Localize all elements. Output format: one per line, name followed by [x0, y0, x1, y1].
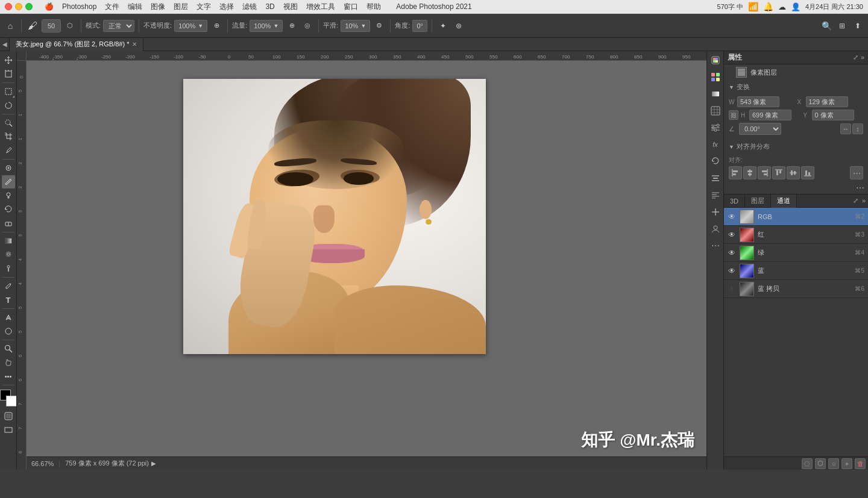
- move-tool[interactable]: [2, 54, 15, 67]
- smooth-options-icon[interactable]: ⚙: [373, 19, 386, 33]
- fx-icon[interactable]: fx: [709, 138, 722, 151]
- active-tab[interactable]: 美女.jpeg @ 66.7% (图层 2, RGB/8#) * ✕: [10, 38, 143, 51]
- healing-brush-tool[interactable]: [2, 161, 15, 175]
- save-selection-icon[interactable]: ⬡: [815, 458, 826, 469]
- crop-tool[interactable]: [2, 130, 15, 143]
- text-right-icon[interactable]: [709, 188, 722, 202]
- menu-view[interactable]: 视图: [280, 2, 301, 12]
- link-wh-icon[interactable]: ⛓: [729, 110, 738, 120]
- eye-copy[interactable]: 👁: [728, 285, 736, 293]
- gradient-tool[interactable]: [2, 234, 15, 247]
- brush-tool-icon[interactable]: 🖌: [26, 19, 39, 33]
- add-layer-icon[interactable]: [709, 205, 722, 219]
- color-icon[interactable]: [709, 54, 722, 67]
- quick-select-tool[interactable]: [2, 116, 15, 129]
- airbrush-icon[interactable]: ◎: [301, 19, 314, 33]
- mac-menubar[interactable]: 🍎 Photoshop 文件 编辑 图像 图层 文字 选择 滤镜 3D 视图 增…: [41, 2, 385, 12]
- shape-tool[interactable]: [2, 325, 15, 338]
- minimize-button[interactable]: [15, 3, 22, 10]
- pressure-flow-icon[interactable]: ⊕: [285, 19, 298, 33]
- more-tools-icon[interactable]: •••: [2, 370, 15, 383]
- quick-mask-icon[interactable]: [2, 409, 15, 423]
- channel-row-rgb[interactable]: 👁 RGB ⌘2: [724, 208, 868, 226]
- delete-channel-icon[interactable]: 🗑: [855, 458, 866, 469]
- menu-plugins[interactable]: 增效工具: [303, 2, 339, 12]
- eyedropper-tool[interactable]: [2, 144, 15, 157]
- align-right-btn[interactable]: [758, 166, 771, 179]
- opacity-value[interactable]: 100% ▼: [174, 20, 207, 32]
- align-section-title[interactable]: ▼ 对齐并分布: [724, 140, 868, 154]
- maximize-button[interactable]: [25, 3, 33, 10]
- pen-tool[interactable]: [2, 279, 15, 293]
- lasso-tool[interactable]: [2, 99, 15, 112]
- align-bottom-btn[interactable]: [801, 166, 814, 179]
- menu-edit[interactable]: 编辑: [124, 2, 146, 12]
- apple-menu[interactable]: 🍎: [41, 2, 57, 11]
- align-left-btn[interactable]: [729, 166, 742, 179]
- channel-row-copy[interactable]: 👁 蓝 拷贝 ⌘6: [724, 280, 868, 298]
- load-selection-icon[interactable]: ○: [828, 458, 839, 469]
- new-channel-icon[interactable]: +: [841, 458, 852, 469]
- menu-filter[interactable]: 滤镜: [239, 2, 260, 12]
- flip-v-icon[interactable]: ↕: [852, 123, 863, 134]
- search-icon[interactable]: 🔍: [820, 19, 833, 33]
- angle-value[interactable]: 0°: [412, 20, 427, 32]
- artboard-tool[interactable]: [2, 67, 15, 81]
- tab-close-icon[interactable]: ✕: [132, 41, 137, 48]
- blur-tool[interactable]: [2, 248, 15, 261]
- dotted-circle-icon[interactable]: ◌: [802, 458, 813, 469]
- eye-green[interactable]: 👁: [728, 249, 736, 257]
- channel-row-green[interactable]: 👁 绿 ⌘4: [724, 244, 868, 262]
- angle-select[interactable]: 0.00°: [739, 123, 781, 135]
- close-button[interactable]: [5, 3, 12, 10]
- channel-row-red[interactable]: 👁 红 ⌘3: [724, 226, 868, 244]
- menu-3d[interactable]: 3D: [262, 2, 278, 11]
- home-icon[interactable]: ⌂: [4, 19, 17, 33]
- app-name[interactable]: Photoshop: [58, 2, 100, 11]
- path-select-tool[interactable]: [2, 311, 15, 324]
- more-icon[interactable]: ⋯: [709, 239, 722, 252]
- flip-h-icon[interactable]: ↔: [840, 123, 851, 134]
- align-more-btn[interactable]: ⋯: [850, 166, 863, 179]
- history-brush-tool[interactable]: [2, 203, 15, 216]
- menu-file[interactable]: 文件: [101, 2, 123, 12]
- tab-channels[interactable]: 通道: [771, 195, 797, 208]
- panel-options-icon[interactable]: ⋯: [856, 183, 864, 193]
- rectangular-select-tool[interactable]: [2, 85, 15, 98]
- collapse-double-icon[interactable]: »: [861, 54, 864, 61]
- background-color[interactable]: [6, 396, 17, 406]
- user-icon[interactable]: 👤: [791, 2, 800, 11]
- tab-layers[interactable]: 图层: [745, 195, 771, 208]
- spray-icon[interactable]: ⊛: [452, 19, 465, 33]
- user-layer-icon[interactable]: [709, 222, 722, 235]
- flow-value[interactable]: 100% ▼: [250, 20, 283, 32]
- eraser-tool[interactable]: [2, 217, 15, 230]
- history-icon[interactable]: [709, 155, 722, 168]
- hand-tool[interactable]: [2, 356, 15, 369]
- share-icon[interactable]: ⬆: [851, 19, 864, 33]
- pressure-opacity-icon[interactable]: ⊕: [210, 19, 223, 33]
- clone-stamp-tool[interactable]: [2, 189, 15, 202]
- mode-select[interactable]: 正常: [103, 20, 134, 32]
- smooth-value[interactable]: 10% ▼: [341, 20, 370, 32]
- expand-icon[interactable]: ⤢: [853, 54, 858, 61]
- traffic-lights[interactable]: [5, 3, 33, 10]
- table-icon[interactable]: [709, 104, 722, 117]
- menu-help[interactable]: 帮助: [363, 2, 385, 12]
- arrange-icon[interactable]: ⊞: [835, 19, 849, 33]
- menu-layer[interactable]: 图层: [170, 2, 192, 12]
- menu-image[interactable]: 图像: [147, 2, 169, 12]
- brush-size-preview[interactable]: 50: [42, 19, 61, 33]
- tabsbar-collapse[interactable]: ◀: [0, 38, 10, 51]
- brush-options-icon[interactable]: ⬡: [63, 19, 77, 33]
- channel-row-blue[interactable]: 👁 蓝 ⌘5: [724, 262, 868, 280]
- menu-select[interactable]: 选择: [216, 2, 237, 12]
- zoom-tool[interactable]: [2, 342, 15, 355]
- panel-collapse-icon[interactable]: »: [862, 197, 866, 205]
- gradient-icon[interactable]: [709, 87, 722, 101]
- align-top-btn[interactable]: [772, 166, 785, 179]
- align-center-h-btn[interactable]: [743, 166, 756, 179]
- type-tool[interactable]: T: [2, 293, 15, 307]
- dodge-tool[interactable]: [2, 262, 15, 275]
- status-arrow[interactable]: ▶: [151, 460, 156, 467]
